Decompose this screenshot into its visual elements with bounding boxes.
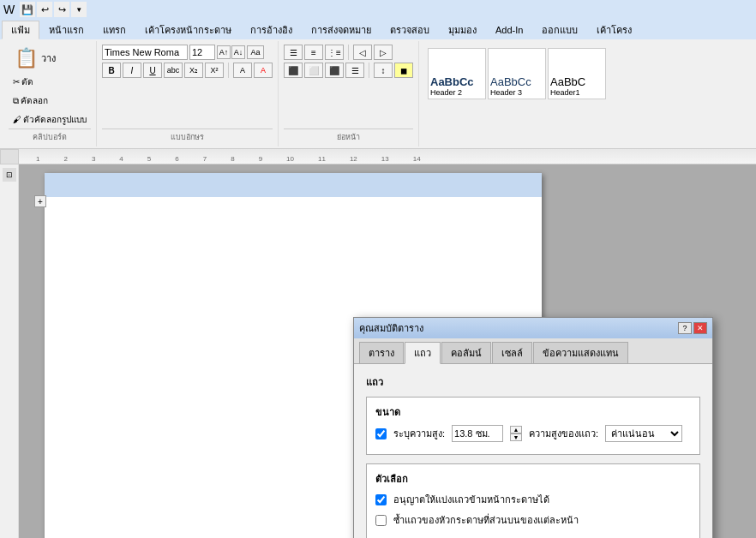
left-sidebar: ⊡ (0, 164, 19, 538)
tab-column[interactable]: คอลัมน์ (441, 342, 491, 363)
cut-button[interactable]: ✂ ตัด (9, 73, 38, 91)
align-row: ⬛ ⬜ ⬛ ☰ ↕ ◼ (284, 63, 413, 78)
quick-access-toolbar: W 💾 ↩ ↪ ▼ (0, 0, 756, 19)
change-case-button[interactable]: Aa (247, 45, 264, 59)
header1-label: Header1 (550, 88, 603, 97)
justify-button[interactable]: ☰ (345, 63, 364, 78)
bold-button[interactable]: B (102, 63, 121, 78)
redo-button[interactable]: ↪ (54, 2, 69, 17)
tab-review[interactable]: ตรวจสอบ (381, 21, 439, 39)
multilevel-list-button[interactable]: ⋮≡ (325, 45, 344, 60)
dialog-tabs: ตาราง แถว คอลัมน์ เซลล์ ข้อความแสดงแทน (354, 338, 712, 364)
row-height-label: ระบุความสูง: (393, 426, 445, 441)
height-row: ระบุความสูง: ▲ ▼ ความสูงของแถว: ค่าแน่นอ… (375, 425, 691, 442)
tab-home[interactable]: หน้าแรก (39, 21, 93, 39)
allow-break-row: อนุญาตให้แบ่งแถวข้ามหน้ากระดาษได้ (375, 492, 691, 507)
superscript-button[interactable]: X² (205, 63, 224, 78)
numbered-list-button[interactable]: ≡ (304, 45, 323, 60)
ribbon-tab-bar: แฟ้ม หน้าแรก แทรก เค้าโครงหน้ากระดาษ การ… (0, 19, 756, 39)
ribbon-body: 📋 วาง ✂ ตัด ⧉ คัดลอก (0, 39, 756, 148)
tab-references[interactable]: การอ้างอิง (241, 21, 302, 39)
table-properties-dialog: คุณสมบัติตาราง ? ✕ ตาราง แถว คอลัมน์ เซล… (353, 317, 713, 538)
copy-label: คัดลอก (21, 94, 48, 107)
header2-style-button[interactable]: AaBbCc Header 2 (428, 48, 486, 99)
size-group: ขนาด ระบุความสูง: ▲ ▼ ความสูงของแถว: ค่า… (366, 397, 700, 455)
dialog-help-button[interactable]: ? (678, 322, 692, 334)
tab-alt-text[interactable]: ข้อความแสดงแทน (533, 342, 628, 363)
header3-style-button[interactable]: AaBbCc Header 3 (488, 48, 546, 99)
copy-icon: ⧉ (13, 96, 19, 106)
row-height-type-select[interactable]: ค่าแน่นอน (605, 425, 682, 442)
sidebar-handle[interactable]: ⊡ (3, 168, 16, 182)
repeat-header-row: ซ้ำแถวของหัวกระดาษที่ส่วนบนของแต่ละหน้า (375, 512, 691, 528)
row-height-input[interactable] (452, 425, 503, 442)
align-left-button[interactable]: ⬛ (284, 63, 303, 78)
align-right-button[interactable]: ⬛ (325, 63, 344, 78)
strikethrough-button[interactable]: abc (164, 63, 183, 78)
tab-add-in[interactable]: Add-In (486, 21, 532, 39)
line-spacing-button[interactable]: ↕ (374, 63, 393, 78)
underline-button[interactable]: U (143, 63, 162, 78)
font-size-buttons: A↑ A↓ (217, 45, 245, 59)
save-button[interactable]: 💾 (20, 2, 35, 17)
separator (228, 63, 229, 78)
dialog-titlebar: คุณสมบัติตาราง ? ✕ (354, 318, 712, 338)
italic-button[interactable]: I (123, 63, 141, 78)
tab-view[interactable]: มุมมอง (439, 21, 486, 39)
tab-table[interactable]: ตาราง (359, 342, 404, 363)
header1-style-button[interactable]: AaBbC Header1 (548, 48, 606, 99)
bullet-list-button[interactable]: ☰ (284, 45, 303, 60)
font-controls: A↑ A↓ Aa B I U abc X₂ X² A A (102, 45, 273, 129)
height-down-button[interactable]: ▼ (510, 433, 522, 441)
align-center-button[interactable]: ⬜ (304, 63, 323, 78)
font-color-button[interactable]: A (254, 63, 273, 78)
add-row-button[interactable]: + (34, 195, 46, 207)
dialog-title: คุณสมบัติตาราง (359, 320, 423, 336)
font-group-label: แบบอักษร (102, 129, 273, 143)
format-painter-button[interactable]: 🖌 ตัวคัดลอกรูปแบบ (9, 111, 91, 129)
font-size-input[interactable] (189, 45, 215, 60)
tab-design[interactable]: ออกแบบ (532, 21, 587, 39)
cut-icon: ✂ (13, 77, 20, 87)
options-group: ตัวเลือก อนุญาตให้แบ่งแถวข้ามหน้ากระดาษไ… (366, 463, 700, 538)
sep2 (348, 45, 349, 60)
increase-indent-button[interactable]: ▷ (374, 45, 393, 60)
clipboard-group-label: คลิปบอร์ด (9, 129, 91, 143)
paragraph-group-label: ย่อหน้า (284, 129, 413, 143)
height-up-button[interactable]: ▲ (510, 426, 522, 433)
undo-button[interactable]: ↩ (37, 2, 52, 17)
decrease-font-button[interactable]: A↓ (231, 45, 245, 59)
tab-row[interactable]: แถว (405, 342, 441, 364)
styles-area: AaBbCc Header 2 AaBbCc Header 3 AaBbC He… (424, 45, 609, 103)
allow-break-label: อนุญาตให้แบ่งแถวข้ามหน้ากระดาษได้ (393, 492, 549, 507)
repeat-header-checkbox[interactable] (375, 515, 387, 526)
list-row: ☰ ≡ ⋮≡ ◁ ▷ (284, 45, 393, 60)
highlight-button[interactable]: A (233, 63, 252, 78)
decrease-indent-button[interactable]: ◁ (353, 45, 372, 60)
main-area: ⊡ + คุณสมบัติตาราง ? ✕ ตาราง แถว คอลัมน์… (0, 164, 756, 538)
subscript-button[interactable]: X₂ (184, 63, 203, 78)
ribbon: W 💾 ↩ ↪ ▼ แฟ้ม หน้าแรก แทรก เค้าโครงหน้า… (0, 0, 756, 149)
copy-button[interactable]: ⧉ คัดลอก (9, 92, 52, 110)
tab-layout[interactable]: เค้าโครง (587, 21, 641, 39)
tab-mailings[interactable]: การส่งจดหมาย (302, 21, 381, 39)
dialog-close-button[interactable]: ✕ (693, 322, 707, 334)
ruler-row: 1 2 3 4 5 6 7 8 9 10 11 12 13 14 (0, 149, 756, 164)
paste-button[interactable]: 📋 วาง (9, 45, 62, 72)
allow-break-checkbox[interactable] (375, 494, 387, 505)
tab-cell[interactable]: เซลล์ (492, 342, 532, 363)
paste-icon: 📋 (15, 47, 38, 69)
tab-file[interactable]: แฟ้ม (2, 21, 39, 39)
row-height-checkbox[interactable] (375, 428, 387, 439)
header2-label: Header 2 (430, 88, 483, 97)
qa-dropdown-button[interactable]: ▼ (71, 2, 87, 17)
header2-preview: AaBbCc (430, 75, 483, 88)
shading-button[interactable]: ◼ (394, 63, 413, 78)
font-name-input[interactable] (102, 45, 188, 60)
clipboard-group: 📋 วาง ✂ ตัด ⧉ คัดลอก (3, 41, 97, 146)
tab-insert[interactable]: แทรก (93, 21, 135, 39)
horizontal-ruler: 1 2 3 4 5 6 7 8 9 10 11 12 13 14 (19, 149, 756, 164)
row-height-type-label: ความสูงของแถว: (529, 426, 598, 441)
increase-font-button[interactable]: A↑ (217, 45, 231, 59)
tab-page-layout[interactable]: เค้าโครงหน้ากระดาษ (135, 21, 241, 39)
